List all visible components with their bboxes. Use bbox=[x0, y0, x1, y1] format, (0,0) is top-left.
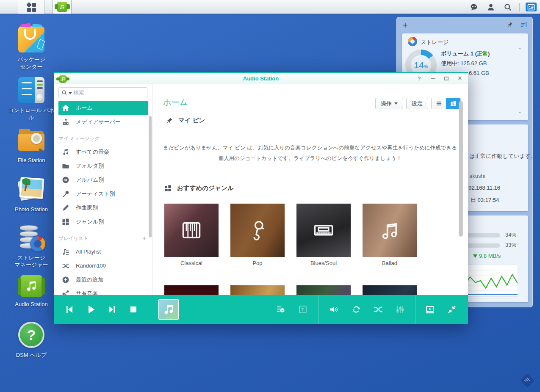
sidebar-item-media-server[interactable]: メディアサーバー bbox=[58, 115, 148, 129]
minimize-panel-icon[interactable]: — bbox=[493, 22, 500, 29]
widgets-toggle-button[interactable] bbox=[526, 2, 537, 13]
desktop-icon-control-panel[interactable]: コントロール パネル bbox=[8, 77, 55, 121]
genre-label: Blues/Soul bbox=[296, 260, 351, 266]
sidebar-item-all-playlist[interactable]: All Playlist bbox=[58, 245, 148, 259]
sidebar-item-all-music[interactable]: すべての音楽 bbox=[58, 145, 148, 159]
plus-circle-icon bbox=[61, 276, 70, 284]
play-button[interactable] bbox=[82, 301, 100, 318]
search-icon bbox=[61, 90, 67, 96]
desktop-icon-audio-station[interactable]: Audio Station bbox=[8, 273, 55, 308]
grid-view-button[interactable] bbox=[446, 98, 460, 109]
storage-manager-icon bbox=[18, 224, 44, 251]
notifications-icon[interactable] bbox=[468, 2, 479, 13]
sidebar-scrollbar[interactable] bbox=[149, 116, 152, 237]
server-name-text: akushi bbox=[469, 173, 485, 179]
help-button[interactable]: ? bbox=[415, 75, 423, 82]
icon-label: File Station bbox=[8, 157, 55, 164]
shuffle-icon bbox=[373, 304, 383, 315]
volume-button[interactable] bbox=[325, 301, 343, 318]
sidebar-item-by-folder[interactable]: フォルダ別 bbox=[58, 159, 148, 173]
play-queue-button[interactable] bbox=[272, 301, 290, 318]
download-speed: 9.8 MB/s bbox=[473, 253, 501, 259]
disc-icon bbox=[61, 176, 70, 184]
window-titlebar[interactable]: Audio Station ? × bbox=[54, 72, 468, 84]
icon-label: コントロール パネル bbox=[8, 107, 55, 121]
pin-panel-icon[interactable] bbox=[507, 21, 513, 29]
close-button[interactable]: × bbox=[456, 75, 464, 82]
mini-player-button[interactable] bbox=[421, 301, 439, 318]
equalizer-button[interactable] bbox=[391, 301, 409, 318]
genre-tile-pop[interactable] bbox=[230, 204, 285, 257]
chevron-up-icon[interactable]: ⌃ bbox=[518, 47, 522, 53]
sidebar-section-playlist: プレイリスト + bbox=[58, 234, 152, 243]
microphone-icon bbox=[61, 190, 70, 198]
sidebar-search[interactable] bbox=[58, 87, 147, 98]
page-title: ホーム bbox=[163, 97, 188, 108]
next-track-button[interactable] bbox=[103, 301, 121, 318]
taskbar-audio-station-tab[interactable] bbox=[53, 0, 72, 14]
storage-widget-title: ストレージ bbox=[421, 39, 449, 46]
action-button[interactable]: 操作 bbox=[375, 98, 403, 109]
grid-icon bbox=[450, 100, 457, 107]
stop-icon bbox=[128, 304, 138, 315]
shuffle-icon bbox=[61, 262, 70, 270]
shuffle-button[interactable] bbox=[369, 301, 387, 318]
search-input[interactable] bbox=[73, 88, 150, 98]
collapse-player-button[interactable] bbox=[443, 301, 461, 318]
stop-button[interactable] bbox=[125, 301, 142, 318]
desktop-icon-storage-manager[interactable]: ストレージマネージャー bbox=[8, 224, 55, 268]
list-view-button[interactable] bbox=[432, 98, 446, 109]
sidebar-section-my-music: マイ ミュージック bbox=[58, 134, 152, 143]
sidebar-item-random100[interactable]: Random100 bbox=[58, 259, 148, 273]
user-icon[interactable] bbox=[485, 2, 496, 13]
icon-label: DSM ヘルプ bbox=[8, 351, 55, 359]
taskbar-tray bbox=[468, 0, 537, 14]
previous-track-button[interactable] bbox=[60, 301, 78, 318]
genre-tile-blues-soul[interactable] bbox=[296, 204, 351, 257]
sidebar-item-by-composer[interactable]: 作曲家別 bbox=[58, 201, 148, 215]
pen-icon bbox=[61, 204, 70, 212]
desktop-icon-dsm-help[interactable]: ? DSM ヘルプ bbox=[8, 322, 55, 359]
genre-tile-classical[interactable] bbox=[164, 204, 219, 257]
keyboard-icon bbox=[313, 219, 335, 241]
main-menu-button[interactable] bbox=[18, 0, 44, 14]
chevron-down-icon[interactable]: ⌄ bbox=[518, 108, 522, 114]
search-icon[interactable] bbox=[502, 2, 513, 13]
add-playlist-button[interactable]: + bbox=[142, 235, 146, 242]
content-scrollbar[interactable] bbox=[459, 101, 463, 237]
list-icon bbox=[435, 100, 443, 107]
package-center-icon bbox=[18, 26, 44, 52]
window-main: ホーム 操作 設定 マイ ピン まだピンがありません。マイ ピン は、お気に入り… bbox=[152, 84, 468, 324]
pin-icon bbox=[165, 116, 173, 124]
caret-down-icon bbox=[394, 102, 398, 105]
sidebar-item-home[interactable]: ホーム bbox=[58, 101, 148, 115]
maximize-button[interactable] bbox=[443, 75, 450, 82]
search-filter-caret-icon[interactable] bbox=[69, 92, 72, 94]
view-toggle bbox=[431, 98, 461, 109]
album-art[interactable] bbox=[158, 299, 179, 320]
desktop-icon-photo-station[interactable]: Photo Station bbox=[8, 176, 55, 213]
sidebar-item-by-artist[interactable]: アーティスト別 bbox=[58, 187, 148, 201]
desktop-icon-file-station[interactable]: File Station bbox=[8, 127, 55, 164]
icon-label: ストレージ bbox=[8, 254, 55, 261]
feedback-corner-icon[interactable] bbox=[520, 373, 534, 388]
genre-tile-ballad[interactable] bbox=[363, 204, 417, 257]
my-pins-section-header: マイ ピン bbox=[165, 116, 205, 124]
settings-button[interactable]: 設定 bbox=[406, 98, 428, 109]
sidebar-item-by-genre[interactable]: ジャンル別 bbox=[58, 215, 148, 229]
home-icon bbox=[61, 104, 70, 112]
sidebar-item-by-album[interactable]: アルバム別 bbox=[58, 173, 148, 187]
grid-icon bbox=[164, 184, 172, 192]
add-widget-button[interactable]: + bbox=[403, 21, 408, 30]
panel-layout-icon[interactable] bbox=[520, 21, 527, 29]
window-title: Audio Station bbox=[54, 75, 468, 82]
sidebar-item-recently-added[interactable]: 最近の追加 bbox=[58, 273, 148, 287]
photo-station-icon bbox=[18, 176, 44, 202]
lyrics-icon bbox=[298, 304, 308, 315]
mini-player-icon bbox=[425, 304, 435, 315]
repeat-button[interactable] bbox=[347, 301, 365, 318]
volume-used-line: 使用中: 125.62 GB bbox=[441, 58, 490, 68]
desktop-icon-package-center[interactable]: パッケージセンター bbox=[8, 26, 55, 70]
lyrics-button[interactable] bbox=[294, 301, 312, 318]
minimize-button[interactable] bbox=[429, 75, 437, 82]
